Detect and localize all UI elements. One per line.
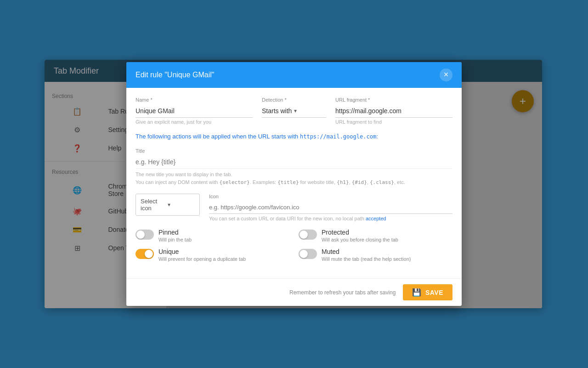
url-input[interactable]	[335, 104, 452, 118]
icon-select-group: Select icon ▾	[136, 194, 200, 216]
detection-value: Starts with	[262, 107, 294, 115]
info-starts-with: starts with https://mail.google.com	[271, 133, 376, 140]
icon-row: Select icon ▾ Icon You can set a custom …	[136, 194, 452, 221]
icon-select-dropdown[interactable]: Select icon ▾	[136, 194, 200, 216]
title-input[interactable]	[136, 155, 452, 169]
footer-hint: Remember to refresh your tabs after savi…	[289, 289, 396, 296]
name-group: Name * Give an explicit name, just for y…	[136, 97, 253, 125]
toggle-info-unique: Unique Will prevent for opening a duplic…	[158, 248, 246, 262]
modal-footer: Remember to refresh your tabs after savi…	[126, 278, 462, 306]
toggle-switch-pinned[interactable]	[136, 230, 154, 240]
toggle-track-muted[interactable]	[299, 249, 317, 259]
title-hint-2: You can inject any DOM content with {sel…	[136, 179, 405, 185]
toggle-info-muted: Muted Will mute the tab (read the help s…	[322, 248, 411, 262]
modal-title: Edit rule "Unique GMail"	[136, 71, 214, 79]
icon-hint: You can set a custom URL or data URI for…	[209, 216, 452, 221]
toggle-track-protected[interactable]	[299, 230, 317, 240]
toggle-item-protected: Protected Will ask you before closing th…	[299, 229, 452, 242]
detection-label: Detection *	[262, 97, 326, 103]
accepted-link[interactable]: accepted	[366, 216, 386, 221]
toggle-thumb-protected	[300, 230, 308, 239]
name-label: Name *	[136, 97, 253, 103]
detection-select[interactable]: Starts with ▾	[262, 104, 326, 118]
title-hint-1: The new title you want to display in the…	[136, 172, 232, 177]
toggle-track-pinned[interactable]	[136, 230, 154, 240]
toggle-name-protected: Protected	[322, 229, 398, 236]
icon-select-label: Select icon	[141, 198, 168, 212]
toggle-grid: Pinned Will pin the tab Protected Will a…	[136, 229, 452, 262]
icon-label: Icon	[209, 194, 452, 199]
modal-overlay: Edit rule "Unique GMail" × Name * Give a…	[0, 0, 588, 368]
url-label: URL fragment *	[335, 97, 452, 103]
toggle-switch-muted[interactable]	[299, 249, 317, 259]
toggle-track-unique[interactable]	[136, 249, 154, 259]
toggle-thumb-muted	[300, 250, 308, 258]
toggle-thumb-pinned	[136, 230, 145, 239]
url-hint: URL fragment to find	[335, 119, 452, 125]
toggle-name-muted: Muted	[322, 248, 411, 255]
toggle-item-muted: Muted Will mute the tab (read the help s…	[299, 248, 452, 262]
title-section-label: Title	[136, 148, 452, 154]
save-icon: 💾	[412, 288, 422, 297]
toggle-desc-pinned: Will pin the tab	[158, 237, 192, 242]
toggle-name-pinned: Pinned	[158, 229, 192, 236]
url-group: URL fragment * URL fragment to find	[335, 97, 452, 125]
info-prefix: The following actions will be applied wh…	[136, 133, 270, 140]
name-detection-url-row: Name * Give an explicit name, just for y…	[136, 97, 452, 125]
name-input[interactable]	[136, 104, 253, 118]
modal-header: Edit rule "Unique GMail" ×	[126, 62, 462, 88]
toggle-thumb-unique	[145, 250, 153, 258]
toggle-switch-protected[interactable]	[299, 230, 317, 240]
icon-url-group: Icon You can set a custom URL or data UR…	[209, 194, 452, 221]
name-hint: Give an explicit name, just for you	[136, 119, 253, 125]
toggle-desc-muted: Will mute the tab (read the help section…	[322, 256, 411, 262]
toggle-item-unique: Unique Will prevent for opening a duplic…	[136, 248, 289, 262]
modal-body: Name * Give an explicit name, just for y…	[126, 88, 462, 279]
icon-select-chevron-icon: ▾	[168, 201, 195, 208]
toggle-item-pinned: Pinned Will pin the tab	[136, 229, 289, 242]
title-hint: The new title you want to display in the…	[136, 171, 452, 186]
save-button[interactable]: 💾 SAVE	[403, 284, 452, 300]
icon-url-input[interactable]	[209, 201, 452, 214]
detection-group: Detection * Starts with ▾	[262, 97, 326, 125]
edit-rule-modal: Edit rule "Unique GMail" × Name * Give a…	[126, 62, 462, 306]
toggle-switch-unique[interactable]	[136, 249, 154, 259]
save-label: SAVE	[425, 289, 443, 296]
toggle-desc-protected: Will ask you before closing the tab	[322, 237, 398, 242]
toggle-info-protected: Protected Will ask you before closing th…	[322, 229, 398, 242]
toggle-name-unique: Unique	[158, 248, 246, 255]
toggle-desc-unique: Will prevent for opening a duplicate tab	[158, 256, 246, 262]
modal-close-button[interactable]: ×	[440, 69, 452, 81]
info-text: The following actions will be applied wh…	[136, 132, 452, 141]
toggle-info-pinned: Pinned Will pin the tab	[158, 229, 192, 242]
detection-chevron-icon: ▾	[294, 108, 326, 114]
